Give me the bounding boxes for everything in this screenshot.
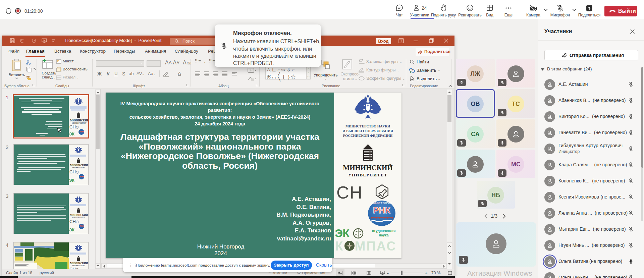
svg-text:b: b: [412, 68, 413, 71]
svg-text:c: c: [410, 70, 412, 73]
